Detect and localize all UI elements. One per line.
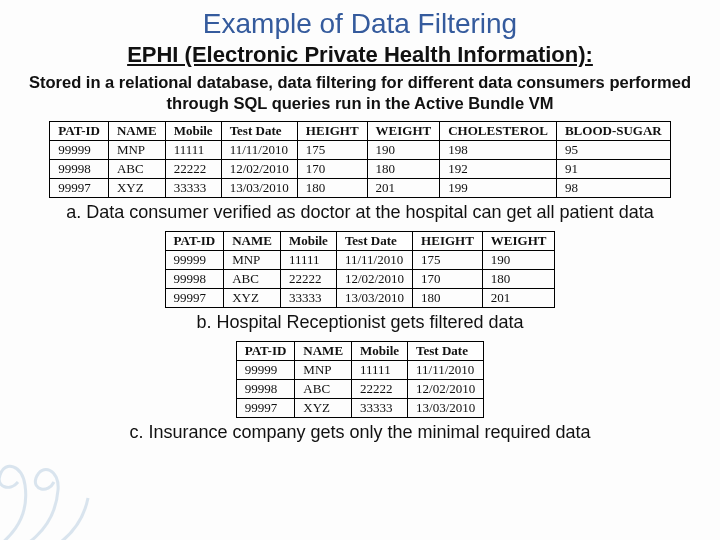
- table-cell: 170: [297, 160, 367, 179]
- table-cell: 192: [440, 160, 557, 179]
- caption-c: c. Insurance company gets only the minim…: [20, 422, 700, 443]
- slide-subtitle: EPHI (Electronic Private Health Informat…: [0, 42, 720, 68]
- table-cell: 180: [297, 179, 367, 198]
- table-row: 99997XYZ3333313/03/201018020119998: [50, 179, 670, 198]
- table-cell: MNP: [295, 361, 352, 380]
- table-cell: 175: [297, 141, 367, 160]
- table-cell: MNP: [108, 141, 165, 160]
- table-row: 99997XYZ3333313/03/2010180201: [165, 289, 555, 308]
- table-cell: ABC: [108, 160, 165, 179]
- table-header-cell: PAT-ID: [50, 122, 109, 141]
- table-cell: 99997: [165, 289, 224, 308]
- table-cell: 99999: [236, 361, 295, 380]
- table-cell: XYZ: [295, 399, 352, 418]
- table-doctor-full: PAT-IDNAMEMobileTest DateHEIGHTWEIGHTCHO…: [49, 121, 670, 198]
- table-cell: 190: [482, 251, 555, 270]
- table-header-cell: Test Date: [221, 122, 297, 141]
- table-cell: 190: [367, 141, 440, 160]
- table-cell: 11111: [352, 361, 408, 380]
- table-row: 99999MNP1111111/11/201017519019895: [50, 141, 670, 160]
- table-cell: 33333: [165, 179, 221, 198]
- caption-b: b. Hospital Receptionist gets filtered d…: [20, 312, 700, 333]
- table-row: 99998ABC2222212/02/2010: [236, 380, 484, 399]
- table-cell: 99998: [165, 270, 224, 289]
- table-cell: ABC: [295, 380, 352, 399]
- table-cell: 11111: [280, 251, 336, 270]
- table-cell: 22222: [352, 380, 408, 399]
- table-header-cell: Test Date: [336, 232, 412, 251]
- table-row: 99999MNP1111111/11/2010: [236, 361, 484, 380]
- table-cell: 99998: [236, 380, 295, 399]
- table-cell: 12/02/2010: [336, 270, 412, 289]
- table-cell: 11111: [165, 141, 221, 160]
- table-header-cell: NAME: [108, 122, 165, 141]
- table-cell: MNP: [224, 251, 281, 270]
- table-header-cell: NAME: [295, 342, 352, 361]
- table-insurance-minimal: PAT-IDNAMEMobileTest Date99999MNP1111111…: [236, 341, 485, 418]
- table-cell: 99999: [165, 251, 224, 270]
- table-cell: 13/03/2010: [408, 399, 484, 418]
- table-cell: 33333: [352, 399, 408, 418]
- table-header-cell: WEIGHT: [482, 232, 555, 251]
- table-header-cell: Mobile: [280, 232, 336, 251]
- table-cell: 12/02/2010: [408, 380, 484, 399]
- table-cell: 180: [482, 270, 555, 289]
- table-cell: 11/11/2010: [408, 361, 484, 380]
- table-row: 99998ABC2222212/02/2010170180: [165, 270, 555, 289]
- table-cell: 180: [413, 289, 483, 308]
- table-cell: 199: [440, 179, 557, 198]
- table-cell: 170: [413, 270, 483, 289]
- table-header-cell: WEIGHT: [367, 122, 440, 141]
- decorative-flourish-icon: [0, 430, 110, 540]
- table-cell: 99998: [50, 160, 109, 179]
- table-cell: 201: [367, 179, 440, 198]
- table-header-cell: Mobile: [352, 342, 408, 361]
- table-cell: ABC: [224, 270, 281, 289]
- slide-description: Stored in a relational database, data fi…: [18, 72, 702, 113]
- table-cell: 13/03/2010: [336, 289, 412, 308]
- table-cell: 91: [556, 160, 670, 179]
- caption-a: a. Data consumer verified as doctor at t…: [14, 202, 706, 223]
- table-cell: XYZ: [224, 289, 281, 308]
- table-cell: 198: [440, 141, 557, 160]
- table-header-cell: BLOOD-SUGAR: [556, 122, 670, 141]
- table-cell: XYZ: [108, 179, 165, 198]
- table-header-cell: HEIGHT: [297, 122, 367, 141]
- table-cell: 22222: [280, 270, 336, 289]
- table-cell: 99999: [50, 141, 109, 160]
- table-header-cell: PAT-ID: [165, 232, 224, 251]
- table-header-cell: Test Date: [408, 342, 484, 361]
- table-cell: 33333: [280, 289, 336, 308]
- table-header-cell: Mobile: [165, 122, 221, 141]
- table-row: 99999MNP1111111/11/2010175190: [165, 251, 555, 270]
- table-cell: 11/11/2010: [336, 251, 412, 270]
- table-header-cell: NAME: [224, 232, 281, 251]
- table-row: 99998ABC2222212/02/201017018019291: [50, 160, 670, 179]
- table-cell: 175: [413, 251, 483, 270]
- table-cell: 22222: [165, 160, 221, 179]
- table-cell: 99997: [50, 179, 109, 198]
- table-header-cell: CHOLESTEROL: [440, 122, 557, 141]
- table-cell: 201: [482, 289, 555, 308]
- table-cell: 180: [367, 160, 440, 179]
- table-cell: 11/11/2010: [221, 141, 297, 160]
- table-cell: 95: [556, 141, 670, 160]
- table-receptionist-filtered: PAT-IDNAMEMobileTest DateHEIGHTWEIGHT999…: [165, 231, 556, 308]
- slide-title: Example of Data Filtering: [0, 8, 720, 40]
- table-cell: 98: [556, 179, 670, 198]
- table-cell: 99997: [236, 399, 295, 418]
- table-row: 99997XYZ3333313/03/2010: [236, 399, 484, 418]
- table-header-cell: PAT-ID: [236, 342, 295, 361]
- table-header-cell: HEIGHT: [413, 232, 483, 251]
- table-cell: 12/02/2010: [221, 160, 297, 179]
- table-cell: 13/03/2010: [221, 179, 297, 198]
